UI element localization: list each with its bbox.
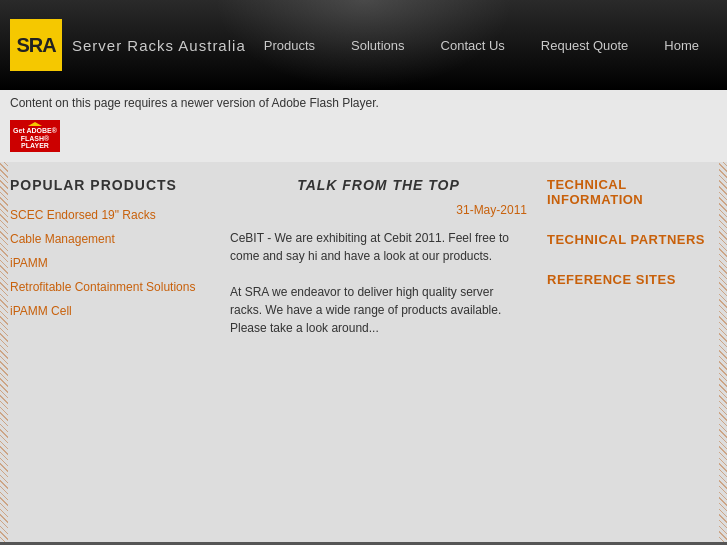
- flash-line2: FLASH® PLAYER: [12, 135, 58, 150]
- nav-home[interactable]: Home: [646, 38, 717, 53]
- talk-paragraph-1: At SRA we endeavor to deliver high quali…: [230, 283, 527, 337]
- talk-column: TALK FROM THE TOP 31-May-2011 CeBIT - We…: [210, 177, 547, 527]
- flash-notice-text: Content on this page requires a newer ve…: [10, 96, 379, 110]
- nav-solutions[interactable]: Solutions: [333, 38, 422, 53]
- site-header: SRA Server Racks Australia Products Solu…: [0, 0, 727, 90]
- product-link-3[interactable]: Retrofitable Containment Solutions: [10, 280, 210, 294]
- nav-contact[interactable]: Contact Us: [423, 38, 523, 53]
- logo-area: SRA Server Racks Australia: [10, 19, 246, 71]
- talk-date: 31-May-2011: [230, 203, 527, 217]
- technical-column: TECHNICAL INFORMATION TECHNICAL PARTNERS…: [547, 177, 717, 527]
- main-content: POPULAR PRODUCTS SCEC Endorsed 19" Racks…: [0, 162, 727, 542]
- logo-subtitle: Server Racks Australia: [72, 37, 246, 54]
- talk-paragraph-0: CeBIT - We are exhibiting at Cebit 2011.…: [230, 229, 527, 265]
- logo-acronym: SRA: [16, 34, 55, 57]
- flash-player-button[interactable]: Get ADOBE® FLASH® PLAYER: [10, 120, 60, 152]
- nav-products[interactable]: Products: [246, 38, 333, 53]
- flash-line1: Get ADOBE®: [12, 127, 58, 135]
- flash-button-area: Get ADOBE® FLASH® PLAYER: [0, 116, 727, 162]
- product-link-4[interactable]: iPAMM Cell: [10, 304, 210, 318]
- logo-box: SRA: [10, 19, 62, 71]
- popular-products-title: POPULAR PRODUCTS: [10, 177, 210, 193]
- product-link-1[interactable]: Cable Management: [10, 232, 210, 246]
- tech-link-0[interactable]: TECHNICAL INFORMATION: [547, 177, 717, 207]
- tech-link-1[interactable]: TECHNICAL PARTNERS: [547, 232, 717, 247]
- flash-notice-bar: Content on this page requires a newer ve…: [0, 90, 727, 116]
- product-link-0[interactable]: SCEC Endorsed 19" Racks: [10, 208, 210, 222]
- talk-title: TALK FROM THE TOP: [230, 177, 527, 193]
- popular-products-column: POPULAR PRODUCTS SCEC Endorsed 19" Racks…: [10, 177, 210, 527]
- product-link-2[interactable]: iPAMM: [10, 256, 210, 270]
- main-nav: Products Solutions Contact Us Request Qu…: [246, 38, 717, 53]
- nav-quote[interactable]: Request Quote: [523, 38, 646, 53]
- tech-link-2[interactable]: REFERENCE SITES: [547, 272, 717, 287]
